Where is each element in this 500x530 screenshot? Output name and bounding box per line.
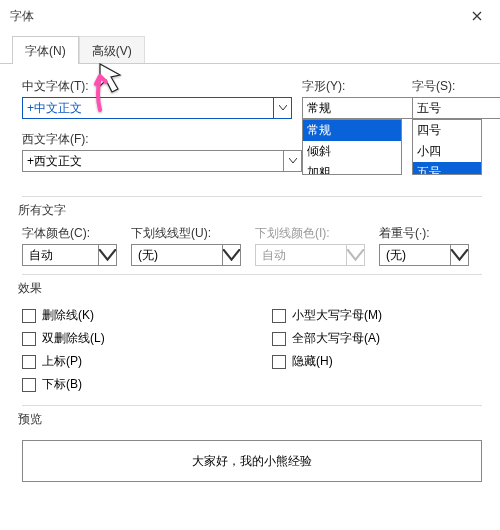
en-font-label: 西文字体(F): [22,131,302,148]
style-option-regular[interactable]: 常规 [303,120,401,141]
ulcolor-combo: 自动 [255,244,365,266]
effects-checks: 删除线(K) 小型大写字母(M) 双删除线(L) 全部大写字母(A) 上标(P)… [22,307,482,393]
style-listbox[interactable]: 常规 倾斜 加粗 [302,119,402,175]
size-option-1[interactable]: 小四 [413,141,481,162]
emphasis-label: 着重号(·): [379,225,469,242]
all-text-head: 所有文字 [18,202,70,219]
chevron-down-icon [289,158,297,164]
color-value: 自动 [22,244,99,266]
emphasis-dropdown[interactable] [451,244,469,266]
checkbox-icon [22,355,36,369]
cn-font-combo[interactable] [22,97,292,119]
underline-combo[interactable]: (无) [131,244,241,266]
check-strike[interactable]: 删除线(K) [22,307,232,324]
ulcolor-dropdown [347,244,365,266]
size-label: 字号(S): [412,78,482,95]
size-input[interactable] [412,97,500,119]
checkbox-icon [272,309,286,323]
emphasis-combo[interactable]: (无) [379,244,469,266]
ulcolor-label: 下划线颜色(I): [255,225,365,242]
size-option-2[interactable]: 五号 [413,162,481,175]
style-label: 字形(Y): [302,78,402,95]
preview-text: 大家好，我的小熊经验 [192,453,312,470]
checkbox-icon [272,355,286,369]
style-combo[interactable] [302,97,402,119]
cn-font-input[interactable] [22,97,274,119]
underline-value: (无) [131,244,223,266]
check-sub[interactable]: 下标(B) [22,376,232,393]
emphasis-value: (无) [379,244,451,266]
checkbox-icon [22,378,36,392]
checkbox-icon [272,332,286,346]
cn-font-label: 中文字体(T): [22,78,292,95]
check-sup[interactable]: 上标(P) [22,353,232,370]
check-smallcaps[interactable]: 小型大写字母(M) [272,307,482,324]
chevron-down-icon [347,249,364,262]
close-icon [472,11,482,21]
preview-box: 大家好，我的小熊经验 [22,440,482,482]
color-combo[interactable]: 自动 [22,244,117,266]
en-font-combo[interactable] [22,150,302,172]
chevron-down-icon [279,105,287,111]
check-dblstrike[interactable]: 双删除线(L) [22,330,232,347]
style-option-italic[interactable]: 倾斜 [303,141,401,162]
checkbox-icon [22,332,36,346]
underline-dropdown[interactable] [223,244,241,266]
close-button[interactable] [454,0,500,32]
style-option-bold[interactable]: 加粗 [303,162,401,175]
chevron-down-icon [451,249,468,262]
chevron-down-icon [99,249,116,262]
check-allcaps[interactable]: 全部大写字母(A) [272,330,482,347]
size-combo[interactable] [412,97,482,119]
cn-font-dropdown[interactable] [274,97,292,119]
preview-head: 预览 [18,411,46,428]
window-title: 字体 [10,8,454,25]
underline-label: 下划线线型(U): [131,225,241,242]
tab-advanced[interactable]: 高级(V) [79,36,145,64]
en-font-input[interactable] [22,150,284,172]
check-hidden[interactable]: 隐藏(H) [272,353,482,370]
chevron-down-icon [223,249,240,262]
en-font-dropdown[interactable] [284,150,302,172]
size-listbox[interactable]: 四号 小四 五号 [412,119,482,175]
checkbox-icon [22,309,36,323]
titlebar: 字体 [0,0,500,32]
color-label: 字体颜色(C): [22,225,117,242]
tab-font[interactable]: 字体(N) [12,36,79,64]
ulcolor-value: 自动 [255,244,347,266]
size-option-0[interactable]: 四号 [413,120,481,141]
effects-head: 效果 [18,280,46,297]
tabs: 字体(N) 高级(V) [0,36,500,64]
color-dropdown[interactable] [99,244,117,266]
